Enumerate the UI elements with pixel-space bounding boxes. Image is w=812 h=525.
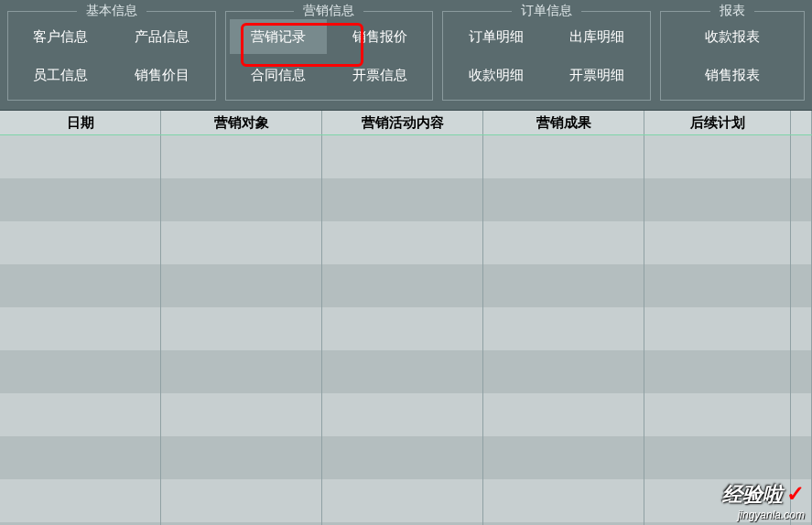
table-row[interactable] bbox=[0, 479, 812, 522]
watermark: 经验啦✓ jingyanla.com bbox=[722, 481, 805, 521]
nav-group-marketing: 营销信息 营销记录 销售报价 合同信息 开票信息 bbox=[225, 11, 434, 101]
th-target[interactable]: 营销对象 bbox=[161, 111, 322, 134]
nav-payment-detail[interactable]: 收款明细 bbox=[447, 58, 545, 92]
nav-invoice-detail[interactable]: 开票明细 bbox=[548, 58, 646, 92]
nav-outbound-detail[interactable]: 出库明细 bbox=[548, 19, 646, 54]
group-title-order: 订单信息 bbox=[512, 3, 581, 19]
table-row[interactable] bbox=[0, 307, 812, 350]
data-table: 日期 营销对象 营销活动内容 营销成果 后续计划 bbox=[0, 110, 812, 525]
nav-invoice-info[interactable]: 开票信息 bbox=[330, 58, 428, 92]
nav-employee-info[interactable]: 员工信息 bbox=[12, 58, 110, 92]
th-content[interactable]: 营销活动内容 bbox=[322, 111, 483, 134]
group-body: 客户信息 产品信息 员工信息 销售价目 bbox=[8, 12, 215, 100]
nav-group-basic: 基本信息 客户信息 产品信息 员工信息 销售价目 bbox=[7, 11, 216, 101]
table-row[interactable] bbox=[0, 178, 812, 221]
group-body: 收款报表 销售报表 bbox=[661, 12, 804, 100]
group-title-report: 报表 bbox=[710, 3, 754, 19]
nav-order-detail[interactable]: 订单明细 bbox=[447, 19, 545, 54]
group-title-marketing: 营销信息 bbox=[294, 3, 363, 19]
th-extra[interactable] bbox=[791, 111, 812, 134]
nav-group-order: 订单信息 订单明细 出库明细 收款明细 开票明细 bbox=[442, 11, 651, 101]
table-row[interactable] bbox=[0, 393, 812, 436]
group-body: 营销记录 销售报价 合同信息 开票信息 bbox=[226, 12, 433, 100]
table-body bbox=[0, 135, 812, 525]
th-plan[interactable]: 后续计划 bbox=[644, 111, 791, 134]
group-title-basic: 基本信息 bbox=[77, 3, 146, 19]
th-result[interactable]: 营销成果 bbox=[483, 111, 644, 134]
check-icon: ✓ bbox=[786, 481, 805, 506]
watermark-text: 经验啦 bbox=[722, 483, 783, 506]
nav-marketing-record[interactable]: 营销记录 bbox=[230, 19, 328, 54]
table-row[interactable] bbox=[0, 350, 812, 393]
nav-price-list[interactable]: 销售价目 bbox=[114, 58, 211, 92]
nav-payment-report[interactable]: 收款报表 bbox=[665, 19, 800, 54]
nav-customer-info[interactable]: 客户信息 bbox=[12, 19, 110, 54]
nav-sales-quote[interactable]: 销售报价 bbox=[330, 19, 428, 54]
table-header-row: 日期 营销对象 营销活动内容 营销成果 后续计划 bbox=[0, 110, 812, 135]
nav-group-report: 报表 收款报表 销售报表 bbox=[660, 11, 805, 101]
nav-sales-report[interactable]: 销售报表 bbox=[665, 58, 800, 92]
th-date[interactable]: 日期 bbox=[0, 111, 161, 134]
table-row[interactable] bbox=[0, 264, 812, 307]
group-body: 订单明细 出库明细 收款明细 开票明细 bbox=[443, 12, 650, 100]
table-row[interactable] bbox=[0, 135, 812, 178]
table-row[interactable] bbox=[0, 221, 812, 264]
table-row[interactable] bbox=[0, 436, 812, 479]
nav-product-info[interactable]: 产品信息 bbox=[114, 19, 211, 54]
nav-contract-info[interactable]: 合同信息 bbox=[230, 58, 328, 92]
watermark-url: jingyanla.com bbox=[722, 509, 805, 521]
top-nav-bar: 基本信息 客户信息 产品信息 员工信息 销售价目 营销信息 营销记录 销售报价 … bbox=[0, 0, 812, 110]
